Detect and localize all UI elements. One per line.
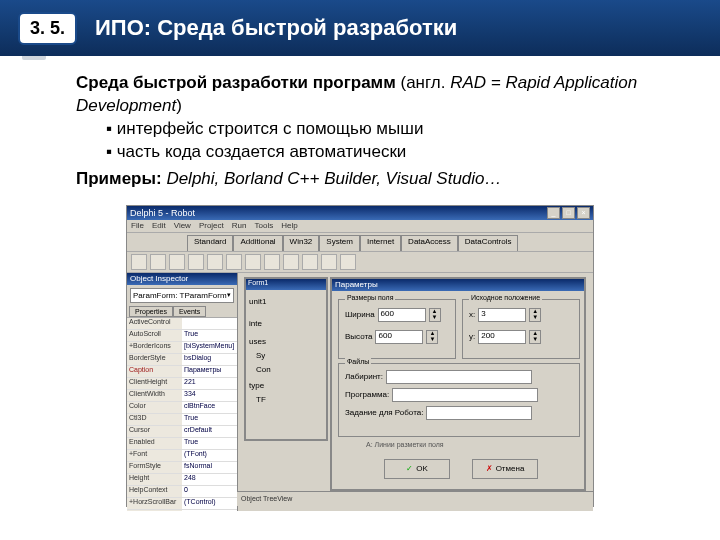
examples-text: Delphi, Borland C++ Builder, Visual Stud…: [162, 169, 502, 188]
examples-label: Примеры:: [76, 169, 162, 188]
cross-icon: ✗: [486, 464, 493, 473]
tab[interactable]: Internet: [360, 235, 401, 251]
file-input[interactable]: [392, 388, 538, 402]
check-icon: ✓: [406, 464, 413, 473]
ide-screenshot: Delphi 5 - Robot _ □ × File Edit View Pr…: [126, 205, 594, 507]
slide-header: 3. 5. ИПО: Среда быстрой разработки: [0, 0, 720, 56]
bullet-2: часть кода создается автоматически: [106, 141, 680, 164]
form-title: Form1: [246, 279, 326, 290]
property-list[interactable]: ActiveControlAutoScrollTrue+BorderIcons[…: [127, 317, 237, 511]
tool-button[interactable]: [131, 254, 147, 270]
group-box: Исходное положение x: 3 ▲▼ y: 200 ▲▼: [462, 299, 580, 359]
y-input[interactable]: 200: [478, 330, 526, 344]
tool-button[interactable]: [150, 254, 166, 270]
spin-button[interactable]: ▲▼: [426, 330, 438, 344]
statusbar: Object TreeView: [237, 491, 593, 506]
ide-title-text: Delphi 5 - Robot: [130, 208, 195, 218]
dialog-window[interactable]: Параметры Размеры поля Ширина 600 ▲▼ Выс…: [330, 277, 586, 491]
object-combo[interactable]: ParamForm: TParamForm: [130, 288, 234, 303]
bullet-1: интерфейс строится с помощью мыши: [106, 118, 680, 141]
tool-button[interactable]: [226, 254, 242, 270]
tab[interactable]: Win32: [283, 235, 320, 251]
tab[interactable]: Additional: [233, 235, 282, 251]
toolbar: [127, 252, 593, 273]
tab[interactable]: DataAccess: [401, 235, 458, 251]
inspector-tab[interactable]: Events: [173, 306, 206, 317]
spin-button[interactable]: ▲▼: [529, 308, 541, 322]
tool-button[interactable]: [169, 254, 185, 270]
menu-item[interactable]: File: [131, 221, 144, 230]
tool-button[interactable]: [340, 254, 356, 270]
maximize-button[interactable]: □: [562, 207, 575, 219]
tool-button[interactable]: [283, 254, 299, 270]
tool-button[interactable]: [321, 254, 337, 270]
slide-content: Среда быстрой разработки программ (англ.…: [0, 56, 720, 197]
file-input[interactable]: [386, 370, 532, 384]
tool-button[interactable]: [264, 254, 280, 270]
minimize-button[interactable]: _: [547, 207, 560, 219]
width-input[interactable]: 600: [378, 308, 426, 322]
cancel-button[interactable]: ✗Отмена: [472, 459, 538, 479]
spin-button[interactable]: ▲▼: [529, 330, 541, 344]
group-box: Размеры поля Ширина 600 ▲▼ Высота 600 ▲▼: [338, 299, 456, 359]
section-number: 3. 5.: [18, 12, 77, 45]
form-window[interactable]: Form1 unit1 inte uses Sy Con type TF: [244, 277, 328, 441]
inspector-tab[interactable]: Properties: [129, 306, 173, 317]
menu-item[interactable]: Tools: [254, 221, 273, 230]
inspector-title: Object Inspector: [127, 273, 237, 285]
menu-item[interactable]: Help: [281, 221, 297, 230]
tool-button[interactable]: [207, 254, 223, 270]
ok-button[interactable]: ✓OK: [384, 459, 450, 479]
lead-bold: Среда быстрой разработки программ: [76, 73, 396, 92]
form-designer: Form1 unit1 inte uses Sy Con type TF Пар…: [238, 273, 593, 511]
group-box: Файлы Лабиринт: Программа: Задание для Р…: [338, 363, 580, 437]
dialog-title: Параметры: [332, 279, 584, 291]
spin-button[interactable]: ▲▼: [429, 308, 441, 322]
object-inspector: Object Inspector ParamForm: TParamForm P…: [127, 273, 238, 511]
menu-item[interactable]: View: [174, 221, 191, 230]
x-input[interactable]: 3: [478, 308, 526, 322]
slide-title: ИПО: Среда быстрой разработки: [95, 15, 457, 41]
menu-item[interactable]: Run: [232, 221, 247, 230]
tool-button[interactable]: [188, 254, 204, 270]
menubar: File Edit View Project Run Tools Help: [127, 220, 593, 233]
menu-item[interactable]: Edit: [152, 221, 166, 230]
component-tabs: Standard Additional Win32 System Interne…: [127, 233, 593, 252]
tool-button[interactable]: [302, 254, 318, 270]
tool-button[interactable]: [245, 254, 261, 270]
ide-titlebar: Delphi 5 - Robot _ □ ×: [127, 206, 593, 220]
close-button[interactable]: ×: [577, 207, 590, 219]
height-input[interactable]: 600: [375, 330, 423, 344]
tab[interactable]: System: [319, 235, 360, 251]
file-input[interactable]: [426, 406, 532, 420]
menu-item[interactable]: Project: [199, 221, 224, 230]
tab[interactable]: Standard: [187, 235, 233, 251]
tab[interactable]: DataControls: [458, 235, 519, 251]
